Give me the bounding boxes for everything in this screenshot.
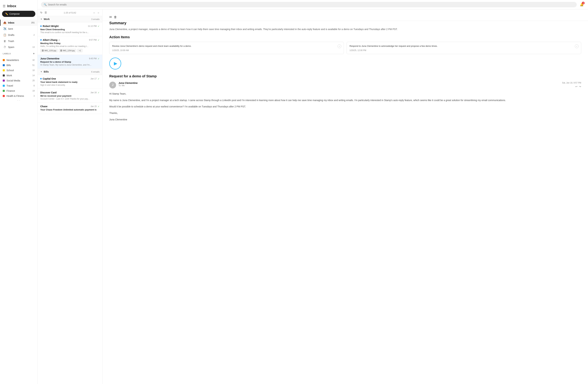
label-school[interactable]: School 10: [0, 68, 37, 73]
delete-icon[interactable]: 🗑: [114, 15, 117, 19]
search-input[interactable]: [48, 3, 574, 6]
body-para-2: Would it be possible to schedule a demo …: [109, 105, 581, 109]
play-icon: ▶: [114, 61, 117, 66]
email-subject: Meeting this Friday: [40, 42, 100, 44]
action-items-title: Action Items: [109, 35, 581, 39]
email-subject: Your latest bank statement is ready: [40, 81, 100, 83]
action-card-date-2: 1/20/25, 12:00 PM: [350, 49, 578, 52]
summary-text: Juna Clementine, a project manager, requ…: [109, 27, 581, 31]
reply-icon[interactable]: ↩: [575, 85, 578, 88]
nav-arrows: ← →: [93, 11, 100, 14]
compose-button[interactable]: ✏️ Compose: [2, 11, 35, 17]
attachment-list: 🖼 IMG_1253.jpg 🖼 IMG_1254.jpg +1: [40, 49, 100, 52]
avatar: J: [109, 82, 116, 88]
sidebar-header: ☰ Inbox: [0, 3, 37, 11]
nav-drafts[interactable]: 📋 Drafts 2: [0, 32, 37, 38]
group-header-bills[interactable]: ▼ Bills 6 emails: [38, 69, 102, 75]
label-dot-school: [3, 69, 5, 71]
unread-dot: [40, 25, 42, 27]
nav-inbox[interactable]: 📥 Inbox 251: [0, 20, 37, 26]
topbar: 🔍 🔔 4: [38, 0, 588, 9]
email-detail-panel: ✉ 🗑 Summary Juna Clementine, a project m…: [103, 9, 588, 384]
attachment-chip-1[interactable]: 🖼 IMG_1253.jpg: [40, 49, 58, 52]
hamburger-icon[interactable]: ☰: [3, 4, 5, 8]
labels-section: LABELS +: [0, 50, 37, 58]
email-subject: Your Chase Freedom Unlimited automatic p…: [40, 108, 100, 111]
sender-name: Discover Card: [40, 91, 57, 94]
summary-section: Summary Juna Clementine, a project manag…: [109, 21, 581, 31]
next-page-icon[interactable]: →: [97, 11, 100, 14]
notification-button[interactable]: 🔔 4: [579, 2, 585, 7]
label-travel[interactable]: Travel 8: [0, 83, 37, 88]
search-box[interactable]: 🔍: [41, 2, 577, 7]
label-dot-social: [3, 80, 5, 82]
group-header-work[interactable]: ▼ Work 3 emails: [38, 16, 102, 22]
email-preview: Hi Stamp Team, My name is Juna Clementin…: [40, 64, 100, 66]
email-preview: Sign in and view it securely.: [40, 84, 100, 86]
label-finance[interactable]: Finance 19: [0, 88, 37, 93]
label-newsletters[interactable]: Newsletters 32: [0, 58, 37, 63]
action-card-2: Respond to Juna Clementine to acknowledg…: [347, 42, 581, 54]
sender-name: Robert Wright: [43, 25, 59, 27]
play-button[interactable]: ▶: [109, 58, 121, 69]
body-para-4: Juna Clementine: [109, 118, 581, 122]
email-time: 11:12 PM: [88, 25, 97, 27]
nav-trash[interactable]: 🗑 Trash: [0, 38, 37, 44]
email-subject: Request for a demo of Stamp: [40, 61, 100, 63]
list-toolbar: ↻ ☰ 1-25 of 5142 ← →: [38, 9, 102, 16]
email-time: Jan 15: [90, 105, 97, 107]
email-preview: Account Center - Last 4 #: 1234 Thanks f…: [40, 98, 100, 100]
email-item-chase[interactable]: Chase Jan 15 ✓ Your Chase Freedom Unlimi…: [38, 103, 102, 114]
email-date: Sat, Jan 18, 9:57 PM: [562, 82, 581, 84]
label-work[interactable]: Work 14: [0, 73, 37, 78]
drafts-icon: 📋: [3, 33, 6, 37]
email-to: To: Me: [119, 84, 560, 87]
refresh-icon[interactable]: ↻: [40, 11, 42, 14]
main-area: 🔍 🔔 4 ↻ ☰ 1-25 of 5142 ← →: [38, 0, 588, 384]
email-list: ▼ Work 3 emails Robert Wright 11:12 PM: [38, 16, 102, 384]
filter-icon[interactable]: ☰: [44, 11, 47, 14]
label-dot-travel: [3, 85, 5, 87]
nav-sent[interactable]: ✈️ Sent: [0, 26, 37, 32]
action-card-text-1: Review Juna Clementine's demo request an…: [112, 44, 341, 48]
sidebar: ☰ Inbox ✏️ Compose 📥 Inbox 251 ✈️ Sent 📋…: [0, 0, 38, 384]
email-body: Hi Stamp Team, My name is Juna Clementin…: [109, 92, 581, 122]
list-count: 1-25 of 5142: [49, 11, 91, 14]
label-health-fitness[interactable]: Health & Fitness 3: [0, 93, 37, 99]
detail-toolbar: ✉ 🗑: [103, 14, 588, 21]
prev-page-icon[interactable]: ←: [93, 11, 96, 14]
email-preview: Hello, I'm writing this email to confirm…: [40, 45, 100, 47]
email-item-capital-one[interactable]: Capital One Jan 17 ✓ Your latest bank st…: [38, 75, 102, 89]
action-card-1: Review Juna Clementine's demo request an…: [109, 42, 344, 54]
email-icon[interactable]: ✉: [109, 15, 112, 19]
attachment-chip-2[interactable]: 🖼 IMG_1254.jpg: [59, 49, 76, 52]
label-social-media[interactable]: Social Media 25: [0, 78, 37, 83]
body-para-0: Hi Stamp Team,: [109, 92, 581, 96]
unread-dot: [40, 78, 42, 79]
inbox-icon: 📥: [3, 21, 6, 24]
forward-icon[interactable]: ↪: [579, 85, 581, 88]
sender-name-detail: Juna Clementine: [119, 82, 560, 84]
check-icon: ✓: [98, 78, 100, 80]
sender-name: Juna Clementine: [40, 57, 59, 60]
email-item-albert-zhang[interactable]: Albert Zhang 4 9:57 PM ✓ Meeting this Fr…: [38, 36, 102, 55]
label-dot-finance: [3, 90, 5, 92]
check-icon: ✓: [98, 39, 100, 41]
body-para-3: Thanks,: [109, 111, 581, 115]
attachment-icon: 🖼: [60, 49, 62, 52]
label-dot-newsletters: [3, 59, 5, 61]
attachment-icon: 🖼: [42, 49, 44, 52]
extra-attachments-chip: +1: [77, 49, 83, 52]
email-item-robert-wright[interactable]: Robert Wright 11:12 PM ✓ New Client Onbo…: [38, 22, 102, 36]
label-bills[interactable]: Bills 51: [0, 63, 37, 68]
email-item-discover-card[interactable]: Discover Card Jan 16 ✓ We've received yo…: [38, 89, 102, 103]
sender-name: Albert Zhang: [43, 39, 57, 41]
sender-name: Chase: [40, 105, 47, 108]
app-title: Inbox: [7, 4, 16, 8]
email-item-juna-clementine[interactable]: Juna Clementine 9:45 PM ✓ Request for a …: [38, 55, 102, 69]
search-icon: 🔍: [44, 3, 47, 6]
email-time: 9:45 PM: [89, 57, 97, 60]
nav-spam[interactable]: ⏱ Spam 13: [0, 44, 37, 50]
content-area: ↻ ☰ 1-25 of 5142 ← → ▼ Work 3 emails: [38, 9, 588, 384]
add-label-icon[interactable]: +: [33, 52, 35, 55]
